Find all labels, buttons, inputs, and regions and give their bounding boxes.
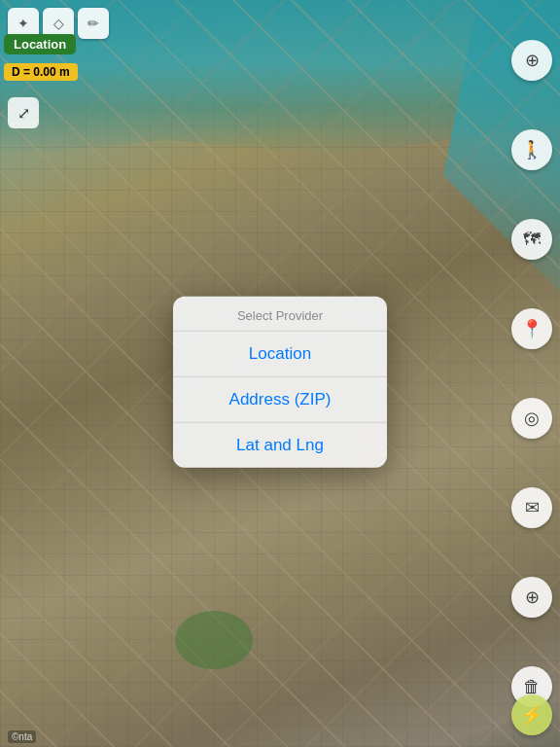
- provider-popup: Select Provider Location Address (ZIP) L…: [173, 297, 387, 468]
- navigate-button[interactable]: ◎: [511, 398, 552, 439]
- gps-icon: ⊕: [525, 587, 540, 608]
- gps-button[interactable]: ⊕: [511, 577, 552, 618]
- bottom-copyright-label: ©nta: [8, 730, 36, 743]
- provider-latlng-item[interactable]: Lat and Lng: [173, 423, 387, 468]
- navigate-icon: ◎: [524, 408, 540, 429]
- layers-icon: ⊕: [525, 50, 540, 71]
- zoom-button[interactable]: ⚡: [511, 694, 552, 735]
- provider-address-item[interactable]: Address (ZIP): [173, 377, 387, 422]
- mail-button[interactable]: ✉: [511, 487, 552, 528]
- phone-button[interactable]: 📍: [511, 308, 552, 349]
- map-type-icon: 🗺: [523, 230, 541, 250]
- provider-location-item[interactable]: Location: [173, 332, 387, 376]
- distance-badge: D = 0.00 m: [4, 63, 78, 81]
- park-area: [175, 611, 253, 669]
- right-controls-panel: ⊕ 🚶 🗺 📍 ◎ ✉ ⊕ 🗑: [511, 0, 552, 747]
- layers-button[interactable]: ⊕: [511, 40, 552, 81]
- accessibility-button[interactable]: 🚶: [511, 129, 552, 170]
- map-type-button[interactable]: 🗺: [511, 219, 552, 260]
- accessibility-icon: 🚶: [521, 139, 542, 160]
- location-badge[interactable]: Location: [4, 34, 76, 54]
- mail-icon: ✉: [525, 497, 540, 518]
- zoom-icon: ⚡: [521, 704, 542, 726]
- phone-icon: 📍: [521, 318, 542, 339]
- expand-button[interactable]: ⤢: [8, 97, 39, 128]
- popup-title: Select Provider: [173, 297, 387, 331]
- edit-tool-button[interactable]: ✏: [78, 8, 109, 39]
